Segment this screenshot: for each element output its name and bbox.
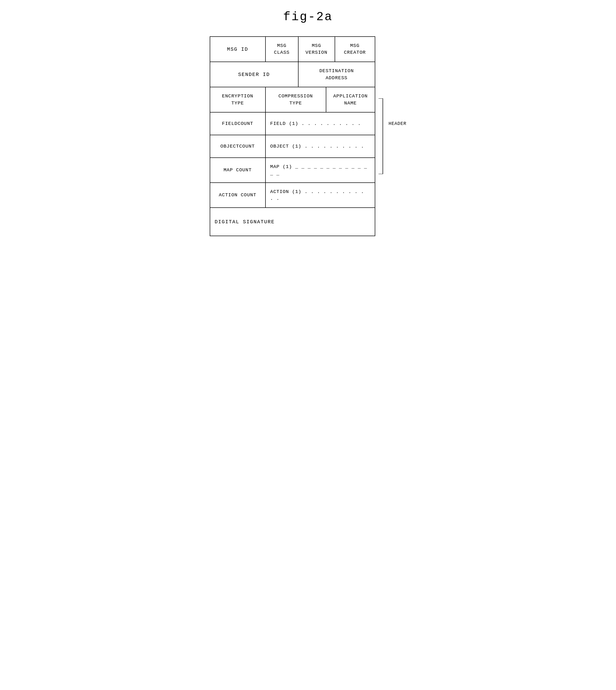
row-objectcount: OBJECTCOUNT OBJECT (1) . . . . . . . . .… (210, 135, 375, 158)
cell-actioncount-value: ACTION (1) . . . . . . . . . . . . (266, 183, 375, 207)
header-annotation: HEADER (377, 36, 406, 236)
row-encryption: ENCRYPTION TYPE COMPRESSION TYPE APPLICA… (210, 87, 375, 113)
row-fieldcount: FIELDCOUNT FIELD (1) . . . . . . . . . . (210, 113, 375, 135)
cell-objectcount-value: OBJECT (1) . . . . . . . . . . (266, 135, 375, 157)
row-actioncount: ACTION COUNT ACTION (1) . . . . . . . . … (210, 183, 375, 208)
cell-msg-id: MSG ID (210, 37, 266, 62)
cell-msg-class: MSG CLASS (266, 37, 299, 62)
diagram-table: MSG ID MSG CLASS MSG VERSION MSG CREATOR… (210, 36, 375, 236)
cell-objectcount-label: OBJECTCOUNT (210, 135, 266, 157)
page-title: fig-2a (283, 10, 333, 24)
header-bracket-svg (377, 98, 389, 174)
row-mapcount: MAP COUNT MAP (1) _ _ _ _ _ _ _ _ _ _ _ … (210, 158, 375, 183)
row-digital-signature: DIGITAL SIGNATURE (210, 208, 375, 236)
cell-msg-creator: MSG CREATOR (335, 37, 375, 62)
header-label: HEADER (389, 121, 406, 126)
cell-compression-type: COMPRESSION TYPE (266, 87, 326, 112)
cell-fieldcount-value: FIELD (1) . . . . . . . . . . (266, 113, 375, 135)
cell-msg-version: MSG VERSION (299, 37, 335, 62)
cell-sender-id: SENDER ID (210, 62, 299, 87)
cell-actioncount-label: ACTION COUNT (210, 183, 266, 207)
row-sender: SENDER ID DESTINATION ADDRESS (210, 62, 375, 87)
page-container: fig-2a MSG ID MSG CLASS MSG VERSION MSG … (210, 10, 406, 236)
cell-destination-address: DESTINATION ADDRESS (299, 62, 375, 87)
cell-mapcount-label: MAP COUNT (210, 158, 266, 182)
cell-application-name: APPLICATION NAME (326, 87, 375, 112)
cell-mapcount-value: MAP (1) _ _ _ _ _ _ _ _ _ _ _ _ _ _ (266, 158, 375, 182)
cell-digital-signature: DIGITAL SIGNATURE (210, 208, 375, 236)
cell-encryption-type: ENCRYPTION TYPE (210, 87, 266, 112)
row-msg-header: MSG ID MSG CLASS MSG VERSION MSG CREATOR (210, 37, 375, 62)
cell-fieldcount-label: FIELDCOUNT (210, 113, 266, 135)
